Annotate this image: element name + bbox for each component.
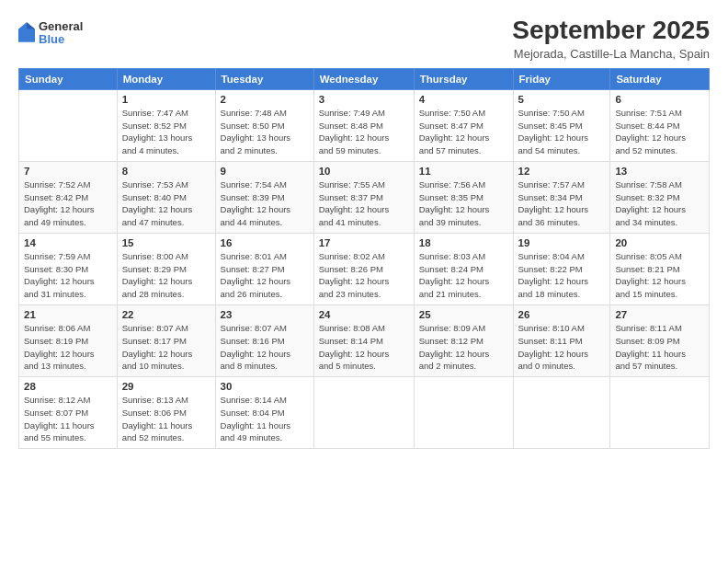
day-info: Sunrise: 7:52 AM Sunset: 8:42 PM Dayligh… xyxy=(24,178,112,229)
day-info: Sunrise: 8:13 AM Sunset: 8:06 PM Dayligh… xyxy=(122,394,210,444)
calendar-cell xyxy=(313,377,414,449)
day-info: Sunrise: 8:14 AM Sunset: 8:04 PM Dayligh… xyxy=(221,394,309,444)
calendar-cell: 28Sunrise: 8:12 AM Sunset: 8:07 PM Dayli… xyxy=(19,377,118,449)
calendar-cell: 3Sunrise: 7:49 AM Sunset: 8:48 PM Daylig… xyxy=(313,89,414,161)
svg-marker-1 xyxy=(27,22,35,29)
calendar-cell: 14Sunrise: 7:59 AM Sunset: 8:30 PM Dayli… xyxy=(19,233,118,304)
calendar-cell: 20Sunrise: 8:05 AM Sunset: 8:21 PM Dayli… xyxy=(610,233,710,304)
page-title: September 2025 xyxy=(512,17,710,45)
logo-text: General Blue xyxy=(39,20,83,47)
day-number: 1 xyxy=(122,94,210,105)
calendar-cell: 23Sunrise: 8:07 AM Sunset: 8:16 PM Dayli… xyxy=(215,304,313,376)
day-number: 30 xyxy=(221,381,309,392)
logo: General Blue xyxy=(18,20,83,47)
day-number: 23 xyxy=(221,309,309,320)
day-number: 12 xyxy=(518,166,606,177)
day-number: 17 xyxy=(319,237,409,248)
day-number: 15 xyxy=(122,237,210,248)
header-monday: Monday xyxy=(117,68,215,89)
day-info: Sunrise: 7:53 AM Sunset: 8:40 PM Dayligh… xyxy=(122,178,210,229)
day-number: 25 xyxy=(419,309,508,320)
day-info: Sunrise: 8:06 AM Sunset: 8:19 PM Dayligh… xyxy=(24,322,112,373)
day-info: Sunrise: 8:11 AM Sunset: 8:09 PM Dayligh… xyxy=(615,322,704,373)
header-wednesday: Wednesday xyxy=(313,68,414,89)
calendar-table: Sunday Monday Tuesday Wednesday Thursday… xyxy=(18,68,710,449)
day-number: 21 xyxy=(24,309,112,320)
day-info: Sunrise: 7:55 AM Sunset: 8:37 PM Dayligh… xyxy=(319,178,409,229)
day-info: Sunrise: 7:57 AM Sunset: 8:34 PM Dayligh… xyxy=(518,178,606,229)
week-row-3: 21Sunrise: 8:06 AM Sunset: 8:19 PM Dayli… xyxy=(19,304,710,376)
day-number: 24 xyxy=(319,309,409,320)
day-info: Sunrise: 7:48 AM Sunset: 8:50 PM Dayligh… xyxy=(221,107,309,157)
calendar-cell: 30Sunrise: 8:14 AM Sunset: 8:04 PM Dayli… xyxy=(215,377,313,449)
calendar-cell: 17Sunrise: 8:02 AM Sunset: 8:26 PM Dayli… xyxy=(313,233,414,304)
day-info: Sunrise: 8:04 AM Sunset: 8:22 PM Dayligh… xyxy=(518,250,606,301)
day-number: 27 xyxy=(615,309,704,320)
calendar-cell: 6Sunrise: 7:51 AM Sunset: 8:44 PM Daylig… xyxy=(610,89,710,161)
day-number: 16 xyxy=(221,237,309,248)
day-info: Sunrise: 7:59 AM Sunset: 8:30 PM Dayligh… xyxy=(24,250,112,301)
day-number: 7 xyxy=(24,166,112,177)
day-info: Sunrise: 7:50 AM Sunset: 8:47 PM Dayligh… xyxy=(419,107,508,157)
title-block: September 2025 Mejorada, Castille-La Man… xyxy=(512,17,710,61)
week-row-0: 1Sunrise: 7:47 AM Sunset: 8:52 PM Daylig… xyxy=(19,89,710,161)
calendar-cell: 21Sunrise: 8:06 AM Sunset: 8:19 PM Dayli… xyxy=(19,304,118,376)
calendar-cell xyxy=(513,377,610,449)
page-subtitle: Mejorada, Castille-La Mancha, Spain xyxy=(512,47,710,61)
logo-general: General xyxy=(39,20,83,33)
day-info: Sunrise: 7:49 AM Sunset: 8:48 PM Dayligh… xyxy=(319,107,409,157)
page: General Blue September 2025 Mejorada, Ca… xyxy=(0,0,728,563)
day-number: 20 xyxy=(615,237,704,248)
header-friday: Friday xyxy=(513,68,610,89)
calendar-header-row: Sunday Monday Tuesday Wednesday Thursday… xyxy=(19,68,710,89)
day-number: 8 xyxy=(122,166,210,177)
header-sunday: Sunday xyxy=(19,68,118,89)
calendar-cell: 26Sunrise: 8:10 AM Sunset: 8:11 PM Dayli… xyxy=(513,304,610,376)
calendar-cell: 9Sunrise: 7:54 AM Sunset: 8:39 PM Daylig… xyxy=(215,161,313,233)
day-number: 5 xyxy=(518,94,606,105)
calendar-cell: 11Sunrise: 7:56 AM Sunset: 8:35 PM Dayli… xyxy=(414,161,513,233)
day-info: Sunrise: 8:02 AM Sunset: 8:26 PM Dayligh… xyxy=(319,250,409,301)
day-info: Sunrise: 8:07 AM Sunset: 8:16 PM Dayligh… xyxy=(221,322,309,373)
day-info: Sunrise: 7:58 AM Sunset: 8:32 PM Dayligh… xyxy=(615,178,704,229)
calendar-cell: 29Sunrise: 8:13 AM Sunset: 8:06 PM Dayli… xyxy=(117,377,215,449)
calendar-cell xyxy=(414,377,513,449)
day-info: Sunrise: 8:05 AM Sunset: 8:21 PM Dayligh… xyxy=(615,250,704,301)
calendar-cell: 25Sunrise: 8:09 AM Sunset: 8:12 PM Dayli… xyxy=(414,304,513,376)
day-number: 2 xyxy=(221,94,309,105)
week-row-1: 7Sunrise: 7:52 AM Sunset: 8:42 PM Daylig… xyxy=(19,161,710,233)
header-tuesday: Tuesday xyxy=(215,68,313,89)
calendar-cell: 2Sunrise: 7:48 AM Sunset: 8:50 PM Daylig… xyxy=(215,89,313,161)
day-number: 13 xyxy=(615,166,704,177)
day-number: 4 xyxy=(419,94,508,105)
calendar-cell: 24Sunrise: 8:08 AM Sunset: 8:14 PM Dayli… xyxy=(313,304,414,376)
day-number: 14 xyxy=(24,237,112,248)
week-row-2: 14Sunrise: 7:59 AM Sunset: 8:30 PM Dayli… xyxy=(19,233,710,304)
day-number: 22 xyxy=(122,309,210,320)
day-info: Sunrise: 8:00 AM Sunset: 8:29 PM Dayligh… xyxy=(122,250,210,301)
calendar-cell: 7Sunrise: 7:52 AM Sunset: 8:42 PM Daylig… xyxy=(19,161,118,233)
calendar-cell: 27Sunrise: 8:11 AM Sunset: 8:09 PM Dayli… xyxy=(610,304,710,376)
calendar-cell: 12Sunrise: 7:57 AM Sunset: 8:34 PM Dayli… xyxy=(513,161,610,233)
calendar-cell: 13Sunrise: 7:58 AM Sunset: 8:32 PM Dayli… xyxy=(610,161,710,233)
day-info: Sunrise: 7:47 AM Sunset: 8:52 PM Dayligh… xyxy=(122,107,210,157)
header-saturday: Saturday xyxy=(610,68,710,89)
week-row-4: 28Sunrise: 8:12 AM Sunset: 8:07 PM Dayli… xyxy=(19,377,710,449)
day-number: 10 xyxy=(319,166,409,177)
logo-blue: Blue xyxy=(39,33,83,46)
calendar-cell xyxy=(610,377,710,449)
header-thursday: Thursday xyxy=(414,68,513,89)
calendar-cell: 8Sunrise: 7:53 AM Sunset: 8:40 PM Daylig… xyxy=(117,161,215,233)
day-number: 9 xyxy=(221,166,309,177)
day-info: Sunrise: 7:56 AM Sunset: 8:35 PM Dayligh… xyxy=(419,178,508,229)
day-number: 28 xyxy=(24,381,112,392)
calendar-cell: 19Sunrise: 8:04 AM Sunset: 8:22 PM Dayli… xyxy=(513,233,610,304)
calendar-cell: 15Sunrise: 8:00 AM Sunset: 8:29 PM Dayli… xyxy=(117,233,215,304)
calendar-cell: 1Sunrise: 7:47 AM Sunset: 8:52 PM Daylig… xyxy=(117,89,215,161)
day-info: Sunrise: 8:03 AM Sunset: 8:24 PM Dayligh… xyxy=(419,250,508,301)
day-info: Sunrise: 8:09 AM Sunset: 8:12 PM Dayligh… xyxy=(419,322,508,373)
day-info: Sunrise: 7:51 AM Sunset: 8:44 PM Dayligh… xyxy=(615,107,704,157)
calendar-cell: 10Sunrise: 7:55 AM Sunset: 8:37 PM Dayli… xyxy=(313,161,414,233)
day-number: 3 xyxy=(319,94,409,105)
calendar-cell: 22Sunrise: 8:07 AM Sunset: 8:17 PM Dayli… xyxy=(117,304,215,376)
